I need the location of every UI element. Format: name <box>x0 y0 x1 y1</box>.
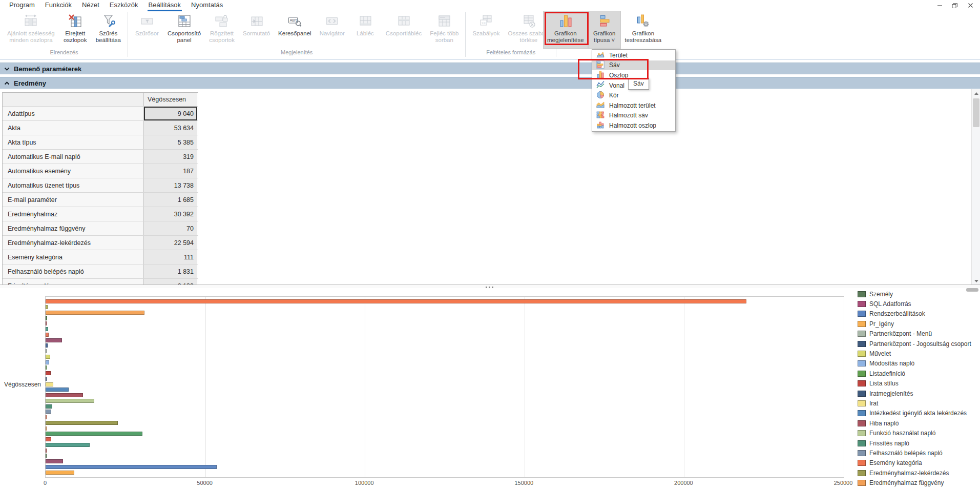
row-value-cell[interactable]: 13 738 <box>144 178 197 192</box>
bar-v-chart-icon <box>596 70 609 80</box>
row-value-cell[interactable]: 111 <box>144 250 197 264</box>
filter-settings-button[interactable]: Szűrés beállítása <box>92 11 125 49</box>
legend-item-iratmegjelen-t-s: Iratmegjelenítés <box>858 389 979 398</box>
row-label-cell[interactable]: Akta típus <box>3 135 144 149</box>
row-value-cell[interactable]: 70 <box>144 221 197 235</box>
menu-item-s-v[interactable]: Sáv <box>592 60 675 71</box>
menubar-item-nyomtat-s[interactable]: Nyomtatás <box>186 0 228 11</box>
row-label-cell[interactable]: Automatikus üzenet típus <box>3 178 144 192</box>
menu-item-k-r[interactable]: Kör <box>592 90 675 100</box>
chart-bar-akta-t-pus <box>46 459 63 463</box>
legend-swatch <box>858 430 866 436</box>
area-chart-icon <box>596 50 609 60</box>
row-indicator-icon <box>249 13 264 29</box>
row-label-cell[interactable]: Esemény kategória <box>3 250 144 264</box>
chart-bar-akta <box>46 465 217 469</box>
row-label-cell[interactable]: Automatikus E-mail napló <box>3 150 144 164</box>
menu-item-halmozott-ter-let[interactable]: Halmozott terület <box>592 100 675 111</box>
legend-item-hiba-napl: Hiba napló <box>858 418 979 428</box>
chart-bar <box>46 316 47 320</box>
row-value-cell[interactable]: 1 831 <box>144 264 197 278</box>
row-value-cell[interactable]: 187 <box>144 164 197 178</box>
menubar-item-n-zet[interactable]: Nézet <box>77 0 105 11</box>
row-indicator-button: Sormutató <box>239 11 274 49</box>
legend-label: Partnerközpont - Menü <box>869 330 932 337</box>
ribbon-button-label: Grafikon testreszabása <box>625 30 662 44</box>
row-value-cell[interactable]: 9 040 <box>144 107 197 120</box>
row-value-cell[interactable]: 319 <box>144 150 197 164</box>
legend-swatch <box>858 321 866 327</box>
row-label-cell[interactable]: Adattípus <box>3 107 144 120</box>
gridline <box>365 297 365 477</box>
menu-item-label: Terület <box>609 52 628 59</box>
section-header-result[interactable]: Eredmény <box>0 77 980 89</box>
menu-item-label: Vonal <box>609 82 624 89</box>
legend-label: Frissítés napló <box>869 440 909 447</box>
chart-type-button[interactable]: Grafikon típusa ˅ <box>588 11 621 49</box>
chart-bar-automatikus-zenet-t-pus <box>46 443 90 447</box>
row-label-cell[interactable]: Eredményhalmaz függvény <box>3 221 144 235</box>
fixed-groups-button: Rögzített csoportok <box>205 11 239 49</box>
table-vertical-scrollbar[interactable] <box>971 89 980 285</box>
hidden-columns-button[interactable]: Elrejtett oszlopok <box>59 11 92 49</box>
chart-customize-button[interactable]: Grafikon testreszabása <box>621 11 666 49</box>
row-value-cell[interactable]: 5 385 <box>144 135 197 149</box>
row-value-cell[interactable]: 1 685 <box>144 193 197 207</box>
hidden-columns-icon <box>68 13 83 29</box>
grouping-panel-button[interactable]: Csoportosító panel <box>163 11 205 49</box>
row-label-cell[interactable]: Automatikus esemény <box>3 164 144 178</box>
legend-label: Listadefiníció <box>869 370 905 377</box>
legend-label: Személy <box>869 291 893 298</box>
legend-swatch <box>858 400 866 406</box>
section-header-input-params[interactable]: Bemenő paraméterek <box>0 63 980 74</box>
row-label-cell[interactable]: Eredményhalmaz <box>3 207 144 221</box>
column-header-vegosszesen[interactable]: Végösszesen <box>144 93 197 106</box>
menu-item-halmozott-oszlop[interactable]: Halmozott oszlop <box>592 120 675 131</box>
pie-chart-icon <box>596 91 609 100</box>
ribbon-button-label: Fejléc több sorban <box>430 30 458 44</box>
scroll-up-icon[interactable] <box>972 89 980 97</box>
minimize-window-icon[interactable] <box>932 1 947 10</box>
legend-label: Hiba napló <box>869 420 899 427</box>
section-title: Eredmény <box>14 79 46 87</box>
restore-window-icon[interactable] <box>947 1 963 10</box>
x-axis-tick-label: 100000 <box>355 480 374 486</box>
stacked-bar-v-chart-icon <box>596 120 609 130</box>
row-value-cell[interactable]: 30 392 <box>144 207 197 221</box>
legend-label: Iratmegjelenítés <box>869 390 913 397</box>
column-width-button: Ajánlott szélesség minden oszlopra <box>3 11 59 49</box>
legend-swatch <box>858 341 866 347</box>
scroll-down-icon[interactable] <box>972 277 980 285</box>
stacked-bar-h-chart-icon <box>596 111 609 120</box>
legend-item-irat: Irat <box>858 398 979 408</box>
legend-item-rendszerbe-ll-t-sok: Rendszerbeállítások <box>858 309 979 319</box>
row-label-cell[interactable]: Akta <box>3 121 144 135</box>
chart-scrollbar-thumb[interactable] <box>966 288 978 292</box>
table-row: Akta53 634 <box>3 120 198 135</box>
close-window-icon[interactable] <box>963 1 978 10</box>
row-value-cell[interactable]: 22 594 <box>144 236 197 250</box>
menubar-item-program[interactable]: Program <box>4 0 40 11</box>
legend-item-funkci-haszn-lat-napl: Funkció használat napló <box>858 428 979 438</box>
row-label-cell[interactable]: E-mail paraméter <box>3 193 144 207</box>
menubar-item-funkci-k[interactable]: Funkciók <box>40 0 77 11</box>
search-panel-button[interactable]: ABTKeresőpanel <box>274 11 316 49</box>
ribbon-group-label: Megjelenítés <box>281 49 312 57</box>
menu-item-halmozott-s-v[interactable]: Halmozott sáv <box>592 111 675 121</box>
menubar-item-eszk-z-k[interactable]: Eszközök <box>105 0 143 11</box>
ribbon-button-label: Lábléc <box>357 30 374 37</box>
row-label-cell[interactable]: Felhasználó belépés napló <box>3 264 144 278</box>
legend-swatch <box>858 311 866 317</box>
menubar-item-be-ll-t-sok[interactable]: Beállítások <box>143 0 186 11</box>
row-label-cell[interactable]: Eredményhalmaz-lekérdezés <box>3 236 144 250</box>
ribbon-button-label: Keresőpanel <box>278 30 311 37</box>
menu-item-ter-let[interactable]: Terület <box>592 50 675 60</box>
navigator-button: Navigátor <box>316 11 349 49</box>
scrollbar-thumb[interactable] <box>973 98 979 127</box>
chart-axis-title: Végösszesen <box>4 381 41 388</box>
multi-row-header-icon <box>436 13 452 29</box>
chart-show-button[interactable]: Grafikon megjelenítése <box>543 11 588 49</box>
legend-item-eredm-nyhalmaz-f-ggv-ny: Eredményhalmaz függvény <box>858 478 979 487</box>
chart-bar-eredm-nyhalmaz-f-ggv-ny <box>46 426 47 431</box>
row-value-cell[interactable]: 53 634 <box>144 121 197 135</box>
